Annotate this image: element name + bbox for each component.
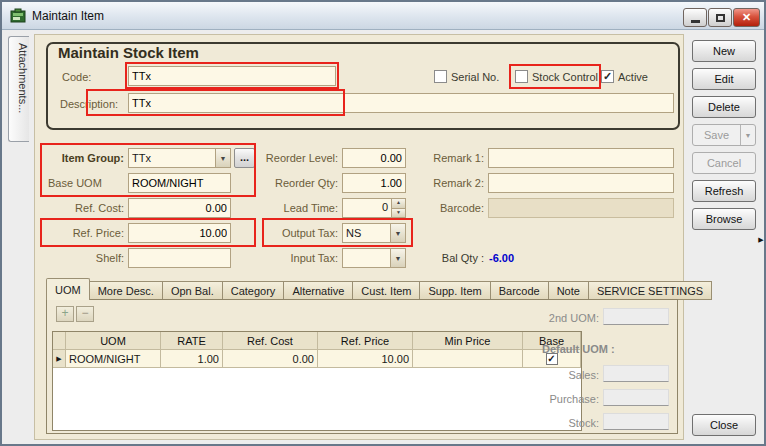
default-uom-stock-input [603,413,669,430]
tab-supp-item[interactable]: Supp. Item [420,281,490,300]
remark1-input[interactable] [488,148,674,168]
maximize-button[interactable] [708,8,732,27]
tab-more-desc[interactable]: More Desc. [90,281,163,300]
save-button: Save ▼ [692,124,756,146]
serial-no-label: Serial No. [451,71,499,83]
close-button[interactable]: ✕ [733,8,760,27]
cell-ref-price[interactable]: 10.00 [318,350,413,368]
default-uom-stock-label: Stock: [522,417,599,429]
lead-time-label: Lead Time: [256,202,338,214]
stock-control-checkbox[interactable] [515,70,528,83]
tab-uom[interactable]: UOM [46,278,90,300]
minimize-button[interactable] [683,8,707,27]
reorder-qty-input[interactable] [342,173,406,193]
second-uom-input [603,308,669,325]
title-bar[interactable]: Maintain Item ✕ [2,2,764,30]
tab-service-settings[interactable]: SERVICE SETTINGS [589,281,712,300]
minimize-icon [691,20,700,23]
item-group-browse-button[interactable]: ... [234,148,255,168]
chevron-down-icon[interactable]: ▼ [215,149,230,167]
refresh-button[interactable]: Refresh [692,180,756,202]
code-input[interactable] [128,66,336,86]
lead-time-stepper[interactable]: 0 ▲ ▼ [342,198,406,218]
base-uom-input[interactable] [128,173,231,193]
add-row-button[interactable]: + [56,306,74,322]
detail-tabs: UOM More Desc. Opn Bal. Category Alterna… [46,278,712,300]
remark2-label: Remark 2: [410,177,484,189]
default-uom-title: Default UOM : [542,343,615,355]
description-input[interactable] [128,93,674,113]
cell-min-price[interactable] [413,350,523,368]
col-rate[interactable]: RATE [161,332,223,350]
barcode-label: Barcode: [410,202,484,214]
col-ref-price[interactable]: Ref. Price [318,332,413,350]
col-min-price[interactable]: Min Price [413,332,523,350]
serial-no-checkbox[interactable] [434,70,447,83]
delete-button[interactable]: Delete [692,96,756,118]
attachments-tab[interactable]: Attachments... [8,36,29,142]
tab-barcode[interactable]: Barcode [491,281,549,300]
default-uom-purchase-label: Purchase: [522,393,599,405]
ref-cost-input[interactable] [128,198,231,218]
tab-category[interactable]: Category [223,281,285,300]
chevron-down-icon[interactable]: ▼ [390,249,405,267]
tab-note[interactable]: Note [549,281,589,300]
bal-qty-value: -6.00 [489,252,514,264]
item-group-label: Item Group: [40,152,124,164]
active-checkbox[interactable]: ✓ [601,70,614,83]
cell-uom[interactable]: ROOM/NIGHT [66,350,161,368]
remark2-input[interactable] [488,173,674,193]
reorder-level-input[interactable] [342,148,406,168]
table-row[interactable]: ▶ ROOM/NIGHT 1.00 0.00 10.00 ✓ [53,350,581,368]
remove-row-button[interactable]: − [76,306,94,322]
maintain-item-window: Maintain Item ✕ Attachments... Maintain … [0,0,766,446]
grid-header-row: UOM RATE Ref. Cost Ref. Price Min Price … [53,332,581,350]
input-tax-label: Input Tax: [256,252,338,264]
col-uom[interactable]: UOM [66,332,161,350]
close-dialog-button[interactable]: Close [692,414,756,436]
second-uom-label: 2nd UOM: [522,312,599,324]
cell-ref-cost[interactable]: 0.00 [223,350,318,368]
output-tax-select[interactable]: NS ▼ [342,223,406,243]
tab-opn-bal[interactable]: Opn Bal. [163,281,223,300]
page-title: Maintain Stock Item [58,44,199,61]
active-label: Active [618,71,648,83]
panel-collapse-arrow[interactable]: ▶ [756,226,766,254]
base-uom-label: Base UOM [48,177,102,189]
tab-cust-item[interactable]: Cust. Item [353,281,420,300]
app-icon [10,8,26,24]
close-icon: ✕ [742,11,751,24]
spin-down-icon[interactable]: ▼ [392,209,405,218]
description-label: Description: [60,98,118,110]
ref-price-label: Ref. Price: [40,227,124,239]
chevron-down-icon[interactable]: ▼ [390,224,405,242]
remark1-label: Remark 1: [410,152,484,164]
item-group-select[interactable]: TTx ▼ [128,148,231,168]
output-tax-label: Output Tax: [256,227,338,239]
row-marker-icon: ▶ [53,350,66,368]
edit-button[interactable]: Edit [692,68,756,90]
cell-rate[interactable]: 1.00 [161,350,223,368]
default-uom-purchase-input [603,389,669,406]
reorder-level-label: Reorder Level: [256,152,338,164]
default-uom-sales-input [603,365,669,382]
barcode-input[interactable] [488,198,674,218]
ref-price-input[interactable] [128,223,231,243]
check-icon: ✓ [603,70,612,82]
maximize-icon [716,14,725,22]
tab-alternative[interactable]: Alternative [284,281,353,300]
ref-cost-label: Ref. Cost: [40,202,124,214]
spin-up-icon[interactable]: ▲ [392,199,405,209]
browse-button[interactable]: Browse [692,208,756,230]
shelf-input[interactable] [128,248,231,268]
save-dropdown-icon: ▼ [740,125,755,145]
default-uom-sales-label: Sales: [522,369,599,381]
col-ref-cost[interactable]: Ref. Cost [223,332,318,350]
bal-qty-label: Bal Qty : [410,252,484,264]
input-tax-select[interactable]: ▼ [342,248,406,268]
window-title: Maintain Item [32,9,104,23]
grid-corner [53,332,66,350]
shelf-label: Shelf: [40,252,124,264]
cancel-button: Cancel [692,152,756,174]
new-button[interactable]: New [692,40,756,62]
